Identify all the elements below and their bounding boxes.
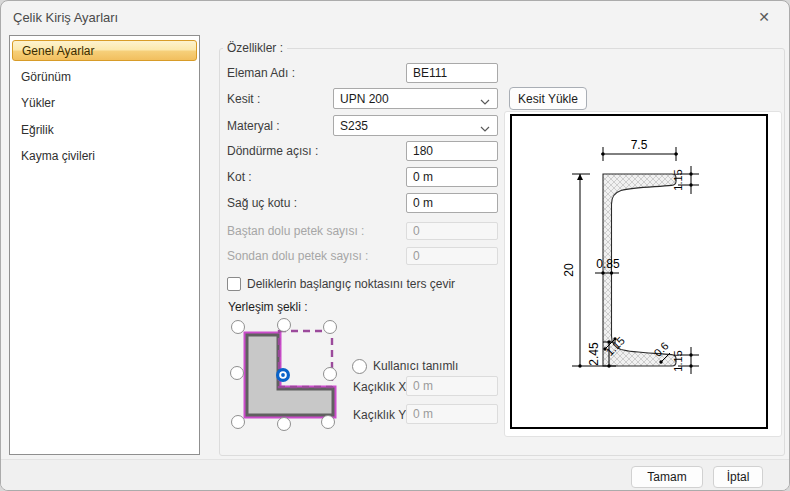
sidebar-item-yukler[interactable]: Yükler	[12, 94, 197, 112]
anchor-radio-bottom-center[interactable]	[278, 418, 291, 431]
offset-y-input	[406, 404, 498, 424]
invert-holes-checkbox-row[interactable]: Deliklerin başlangıç noktasını ters çevi…	[227, 277, 455, 291]
anchor-radio-bottom-left[interactable]	[232, 416, 245, 429]
dim-height-text: 20	[562, 263, 576, 277]
offset-x-label: Kaçıklık X :	[353, 380, 413, 394]
offset-x-input	[406, 376, 498, 396]
sondan-petek-input	[406, 247, 498, 265]
invert-holes-label: Deliklerin başlangıç noktasını ters çevi…	[247, 277, 455, 291]
chevron-down-icon	[480, 122, 490, 136]
eleman-adi-label: Eleman Adı :	[227, 63, 295, 83]
kot-input[interactable]	[406, 167, 498, 187]
anchor-radio-middle-right[interactable]	[324, 368, 337, 381]
row-kot: Kot :	[227, 167, 498, 187]
offset-y-label: Kaçıklık Y :	[353, 408, 413, 422]
row-dondurme-acisi: Döndürme açısı :	[227, 141, 498, 161]
checkbox-icon[interactable]	[227, 277, 241, 291]
materyal-value: S235	[340, 119, 368, 133]
row-bastan-petek: Baştan dolu petek sayısı :	[227, 222, 498, 240]
close-icon[interactable]: ✕	[749, 5, 779, 29]
radio-icon[interactable]	[352, 359, 367, 374]
anchor-radio-bottom-right[interactable]	[322, 416, 335, 429]
ok-button[interactable]: Tamam	[631, 466, 703, 488]
sidebar-item-kayma-civileri[interactable]: Kayma çivileri	[12, 147, 197, 165]
sondan-petek-label: Sondan dolu petek sayısı :	[227, 247, 368, 265]
placement-anchor-widget	[229, 317, 341, 431]
dim-flange-bottom-text: 1.15	[672, 350, 684, 371]
load-section-button[interactable]: Kesit Yükle	[509, 87, 587, 110]
row-eleman-adi: Eleman Adı :	[227, 63, 498, 83]
bastan-petek-label: Baştan dolu petek sayısı :	[227, 222, 364, 240]
materyal-label: Materyal :	[227, 115, 280, 136]
sidebar-item-genel-ayarlar[interactable]: Genel Ayarlar	[12, 40, 197, 61]
materyal-combobox[interactable]: S235	[333, 115, 498, 136]
title-bar: Çelik Kiriş Ayarları ✕	[1, 1, 789, 33]
eleman-adi-input[interactable]	[406, 63, 498, 83]
placement-label: Yerleşim şekli :	[228, 300, 308, 314]
sidebar: Genel Ayarlar Görünüm Yükler Eğrilik Kay…	[9, 35, 200, 455]
anchor-radio-top-right[interactable]	[324, 321, 337, 334]
dim-bottom-taper-text: 2.45	[587, 342, 601, 366]
properties-group-title: Özellikler :	[223, 41, 287, 55]
dondurme-acisi-label: Döndürme açısı :	[227, 141, 318, 161]
dim-flange-top-text: 1.15	[672, 169, 684, 190]
cancel-button[interactable]: İptal	[713, 466, 763, 488]
steel-beam-settings-dialog: Çelik Kiriş Ayarları ✕ Genel Ayarlar Gör…	[0, 0, 790, 491]
kesit-label: Kesit :	[227, 88, 260, 109]
kot-label: Kot :	[227, 167, 252, 187]
anchor-radio-top-center[interactable]	[278, 319, 291, 332]
user-defined-label: Kullanıcı tanımlı	[373, 359, 458, 373]
user-defined-radio-row[interactable]: Kullanıcı tanımlı	[352, 359, 458, 373]
row-sag-uc-kotu: Sağ uç kotu :	[227, 193, 498, 213]
dim-width-text: 7.5	[631, 138, 648, 152]
bastan-petek-input	[406, 222, 498, 240]
section-drawing-box: 7.5 20 0.85	[510, 114, 768, 429]
anchor-radio-middle-left[interactable]	[231, 367, 244, 380]
sag-uc-kotu-label: Sağ uç kotu :	[227, 193, 297, 213]
kesit-value: UPN 200	[340, 92, 389, 106]
anchor-radio-center-selected[interactable]	[276, 368, 290, 382]
upn-section-drawing: 7.5 20 0.85	[512, 116, 766, 427]
dondurme-acisi-input[interactable]	[406, 141, 498, 161]
kesit-combobox[interactable]: UPN 200	[333, 88, 498, 109]
row-kesit: Kesit : UPN 200	[227, 88, 498, 109]
sidebar-item-gorunum[interactable]: Görünüm	[12, 68, 197, 86]
sag-uc-kotu-input[interactable]	[406, 193, 498, 213]
chevron-down-icon	[480, 95, 490, 109]
row-sondan-petek: Sondan dolu petek sayısı :	[227, 247, 498, 265]
anchor-radio-top-left[interactable]	[232, 321, 245, 334]
dim-web-text: 0.85	[596, 257, 620, 271]
window-title: Çelik Kiriş Ayarları	[13, 10, 118, 25]
sidebar-item-egrilik[interactable]: Eğrilik	[12, 121, 197, 139]
row-materyal: Materyal : S235	[227, 115, 498, 136]
footer-bar: Tamam İptal	[1, 459, 789, 491]
